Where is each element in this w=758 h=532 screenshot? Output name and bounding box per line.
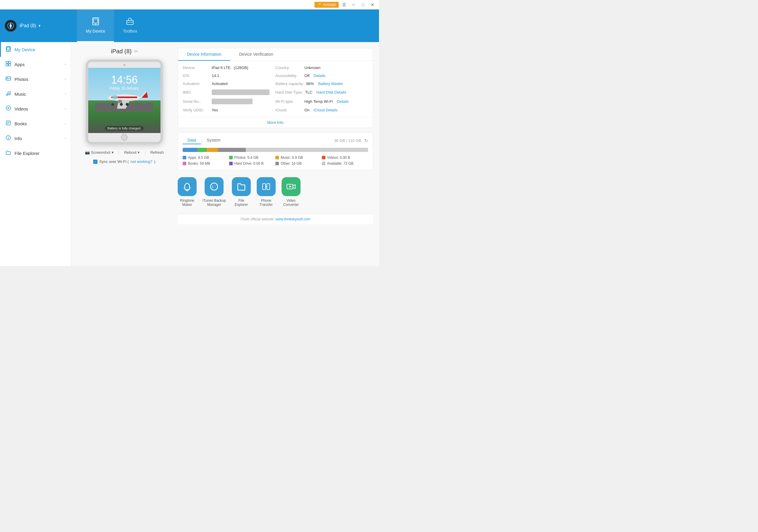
storage-refresh-button[interactable]: ↻ — [364, 138, 368, 143]
file-explorer-action-label: FileExplorer — [235, 198, 248, 207]
activate-button[interactable]: 🔑 Activate — [314, 2, 339, 8]
home-button[interactable] — [121, 134, 128, 141]
refresh-button[interactable]: Refresh — [148, 149, 166, 156]
main-layout: My Device Apps › — [0, 42, 379, 266]
video-converter-action[interactable]: VideoConverter — [282, 177, 300, 207]
legend-available: Available: 73 GB — [322, 161, 368, 165]
toolbox-tab-label: Toolbox — [123, 29, 137, 33]
music-icon — [6, 90, 11, 97]
music-chevron: › — [65, 92, 66, 96]
menu-button[interactable]: ☰ — [340, 1, 348, 8]
hard-disk-details-link[interactable]: Hard Disk Details — [317, 90, 346, 94]
sidebar-item-books[interactable]: Books › — [0, 116, 71, 131]
minimize-button[interactable]: ─ — [349, 1, 358, 8]
wifi-details-link[interactable]: Details — [337, 99, 349, 104]
accessibility-details-link[interactable]: Details — [314, 73, 326, 78]
available-bar-seg — [246, 148, 368, 152]
apps-chevron: › — [65, 62, 66, 66]
footer-website-link[interactable]: www.thinkskysoft.com — [276, 217, 310, 221]
phone-transfer-action[interactable]: PhoneTransfer — [257, 177, 276, 207]
svg-point-42 — [213, 186, 215, 188]
svg-rect-43 — [263, 184, 265, 190]
svg-marker-47 — [293, 185, 295, 189]
battery-text: Battery is fully charged. — [105, 126, 144, 131]
reboot-dropdown[interactable]: ▾ — [138, 150, 140, 155]
info-row-icloud: iCloud: On iCloud Details — [275, 108, 368, 112]
icloud-details-link[interactable]: iCloud Details — [314, 108, 337, 112]
file-explorer-icon — [6, 150, 11, 157]
video-converter-icon — [282, 177, 300, 196]
legend-other: Other: 16 GB — [275, 161, 322, 165]
storage-tab-data[interactable]: Data — [183, 137, 201, 144]
camera-dot — [123, 64, 125, 66]
svg-rect-4 — [93, 19, 98, 23]
sidebar-item-info[interactable]: Info › — [0, 131, 71, 146]
sidebar-item-music[interactable]: Music › — [0, 87, 71, 101]
ringtone-maker-action[interactable]: RingtoneMaker — [178, 177, 197, 207]
itunes-backup-icon — [205, 177, 224, 196]
reboot-button[interactable]: Reboot ▾ — [122, 149, 142, 156]
svg-marker-20 — [8, 107, 10, 109]
sidebar-item-photos[interactable]: Photos › — [0, 72, 71, 87]
edit-icon[interactable]: ✏ — [134, 49, 138, 54]
photos-bar-seg — [197, 148, 207, 152]
storage-tab-system[interactable]: System — [202, 137, 225, 144]
legend-books: Books: 59 MB — [183, 161, 229, 165]
itunes-backup-action[interactable]: iTunes BackupManager — [202, 177, 226, 207]
sidebar-item-my-device[interactable]: My Device — [0, 42, 71, 57]
storage-legend: Apps: 8.5 GB Photos: 5.4 GB Music: 6.9 G… — [183, 156, 368, 165]
legend-videos: Videos: 0.00 B — [322, 156, 368, 160]
device-panel: iPad (8) ✏ — [71, 42, 379, 266]
file-explorer-action[interactable]: FileExplorer — [232, 177, 251, 207]
legend-hard-drive: Hard Drive: 0.00 B — [229, 161, 276, 165]
tab-my-device[interactable]: My Device — [77, 10, 114, 42]
lock-time-display: 14:56 — [110, 74, 139, 86]
titlebar-controls: 🔑 Activate ☰ ─ □ ✕ — [314, 1, 377, 8]
ipad-top — [88, 62, 160, 68]
tab-toolbox[interactable]: Toolbox — [114, 10, 146, 42]
phone-transfer-label: PhoneTransfer — [260, 198, 273, 207]
info-row-serial: Serial No.: ████████ — [183, 99, 275, 104]
device-info-grid: Device: iPad 6 LTE (128GB) Country: Unkn… — [178, 61, 373, 117]
header-device-name[interactable]: iPad (8) ▼ — [19, 23, 41, 28]
battery-master-link[interactable]: Battery Master — [318, 82, 343, 86]
close-button[interactable]: ✕ — [368, 1, 377, 8]
my-device-tab-label: My Device — [86, 29, 105, 33]
screen-background: 14:56 Friday, 15 January Battery is full… — [88, 68, 160, 133]
phone-transfer-icon — [257, 177, 276, 196]
screenshot-dropdown[interactable]: ▾ — [112, 150, 114, 155]
sidebar-item-videos[interactable]: Videos › — [0, 101, 71, 116]
info-row-udid: Verify UDID: Yes — [183, 108, 275, 112]
device-right: Device Information Device Verification D… — [178, 48, 373, 260]
reboot-label: Reboot — [124, 150, 136, 155]
tab-device-verification[interactable]: Device Verification — [230, 48, 282, 61]
info-row-country: Country: Unknown — [275, 65, 368, 70]
nav-tabs: My Device Toolbox — [71, 10, 146, 42]
maximize-button[interactable]: □ — [359, 1, 367, 8]
info-row-imei: IMEI: ████████████ — [183, 89, 275, 95]
photos-legend-label: Photos: 5.4 GB — [234, 156, 258, 160]
quick-actions: RingtoneMaker iTunes BackupManager — [178, 174, 373, 210]
hard-drive-dot — [229, 162, 233, 165]
info-row-ios: iOS: 14.1 — [183, 73, 275, 78]
device-dropdown-arrow[interactable]: ▼ — [38, 24, 41, 27]
footer-text: iTools official website: — [240, 217, 276, 221]
key-icon: 🔑 — [317, 3, 322, 7]
videos-label: Videos — [15, 106, 28, 111]
books-dot — [183, 162, 186, 165]
content-area: iPad (8) ✏ — [71, 42, 379, 266]
sync-suffix: ) — [154, 160, 155, 164]
screenshot-label: Screenshot — [91, 150, 111, 155]
tab-device-information[interactable]: Device Information — [178, 48, 230, 61]
sync-checkbox[interactable] — [93, 160, 97, 164]
not-working-link[interactable]: not working? — [131, 160, 153, 164]
svg-point-35 — [112, 95, 118, 99]
info-row-wifi: Wi-Fi type: High Temp Wi-Fi Details — [275, 99, 368, 104]
svg-point-38 — [112, 103, 114, 105]
other-bar-seg — [218, 148, 246, 152]
photos-label: Photos — [15, 77, 28, 82]
sidebar-item-file-explorer[interactable]: File Explorer — [0, 146, 71, 160]
more-info-button[interactable]: More Info — [267, 120, 284, 125]
sidebar-item-apps[interactable]: Apps › — [0, 57, 71, 72]
screenshot-button[interactable]: 📷 Screenshot ▾ — [83, 149, 116, 156]
